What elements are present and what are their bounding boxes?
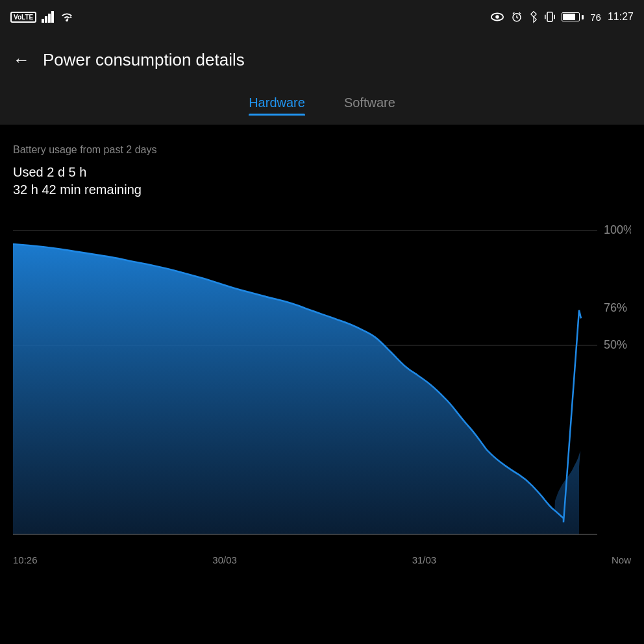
time-display: 11:27: [608, 11, 634, 23]
status-bar: VoLTE +: [0, 0, 644, 34]
vibrate-icon: [545, 10, 555, 23]
x-label-2: 31/03: [412, 554, 437, 565]
svg-rect-9: [547, 12, 552, 21]
wifi-icon: +: [60, 11, 74, 23]
battery-used: Used 2 d 5 h: [13, 165, 631, 180]
svg-text:76%: 76%: [604, 301, 627, 314]
battery-remaining: 32 h 42 min remaining: [13, 182, 631, 197]
header: ← Power consumption details: [0, 34, 644, 86]
svg-rect-3: [51, 11, 54, 23]
tabs-container: Hardware Software: [0, 86, 644, 125]
bluetooth-icon: [529, 10, 538, 23]
x-label-0: 10:26: [13, 554, 38, 565]
volte-badge: VoLTE: [10, 12, 36, 23]
svg-rect-1: [45, 16, 47, 23]
back-button[interactable]: ←: [13, 50, 30, 70]
status-right: 76 11:27: [490, 10, 634, 23]
x-label-3: Now: [612, 554, 631, 565]
eye-icon: [490, 12, 504, 22]
battery-subtitle: Battery usage from past 2 days: [13, 144, 631, 156]
page-title: Power consumption details: [43, 50, 245, 70]
x-label-1: 30/03: [212, 554, 237, 565]
main-content: Battery usage from past 2 days Used 2 d …: [0, 125, 644, 548]
svg-rect-2: [48, 14, 51, 23]
chart-svg: 100% 76% 50%: [13, 210, 631, 548]
signal-icon: [42, 11, 56, 23]
battery-percent: 76: [590, 12, 601, 23]
svg-text:+: +: [69, 14, 72, 20]
signal-icons: +: [42, 11, 74, 23]
svg-point-7: [496, 15, 500, 19]
x-axis-labels: 10:26 30/03 31/03 Now: [13, 551, 631, 565]
battery-icon: [562, 12, 584, 21]
alarm-icon: [511, 11, 523, 23]
status-left: VoLTE +: [10, 11, 74, 23]
svg-point-4: [66, 19, 68, 22]
svg-text:100%: 100%: [604, 223, 631, 236]
tab-hardware[interactable]: Hardware: [249, 95, 305, 116]
svg-rect-0: [42, 19, 44, 23]
svg-text:50%: 50%: [604, 338, 627, 351]
tab-software[interactable]: Software: [344, 95, 395, 116]
battery-chart: 100% 76% 50% 10:26 30/03 31/03 Now: [13, 210, 631, 548]
